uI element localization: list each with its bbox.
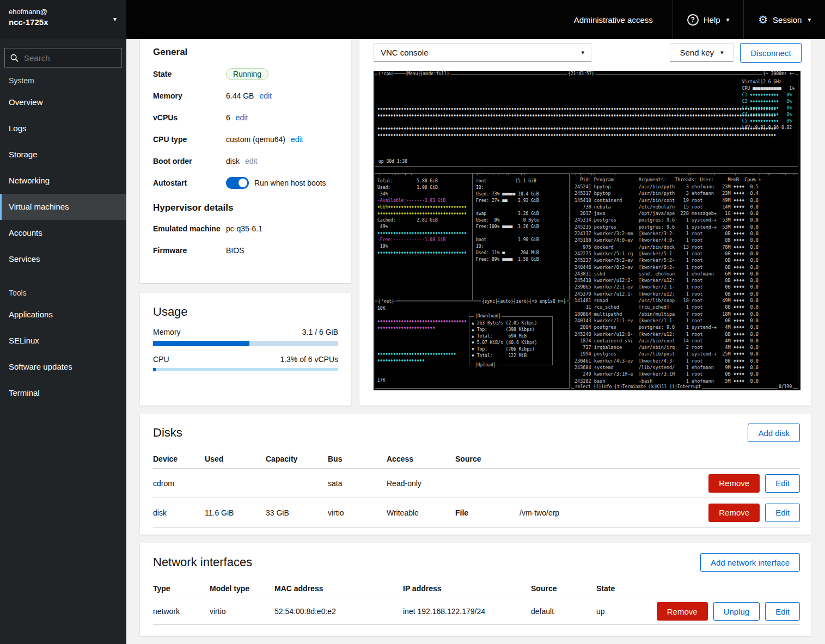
unplug-interface-button[interactable]: Unplug (713, 602, 760, 621)
network-table: Type Model type MAC address IP address S… (153, 579, 800, 625)
sidebar-item-overview[interactable]: Overview (0, 89, 126, 115)
col-header-source: Source (531, 584, 596, 593)
chevron-down-icon: ▾ (720, 49, 724, 56)
console-mem-box: ┤²mem├┤graph├ Total: 5.80 GiBUsed: 1.96 … (375, 173, 474, 300)
sidebar-item-storage[interactable]: Storage (0, 142, 126, 168)
cpu-type-row: CPU type custom (qemu64) edit (153, 128, 338, 150)
send-key-dropdown[interactable]: Send key ▾ (670, 43, 734, 62)
net-graph: 10K♦♦♦♦♦♦♦♦♦♦♦♦♦♦♦♦♦♦♦♦♦♦♦♦♦♦♦♦♦♦♦♦♦♦♦♦♦… (377, 305, 468, 384)
autostart-row: Autostart Run when host boots (153, 172, 338, 194)
sidebar-item-selinux[interactable]: SELinux (0, 328, 126, 354)
state-badge: Running (226, 68, 268, 80)
add-disk-button[interactable]: Add disk (748, 424, 800, 442)
col-header-device: Device (153, 455, 205, 463)
sidebar-item-networking[interactable]: Networking (0, 168, 126, 194)
remove-disk-button[interactable]: Remove (708, 504, 760, 522)
iface-type: network (153, 607, 210, 616)
administrative-access-button[interactable]: Administrative access (560, 0, 667, 39)
help-menu[interactable]: ? Help ▾ (673, 0, 743, 39)
disconnect-button[interactable]: Disconnect (740, 43, 802, 63)
general-title: General (140, 39, 351, 63)
cpu-type-label: CPU type (153, 135, 226, 144)
col-header-access: Access (387, 455, 455, 463)
disks-title: Disks (153, 426, 182, 440)
sidebar-item-software-updates[interactable]: Software updates (0, 354, 126, 380)
sidebar: ehofmann@ ncc-1725x ▾ System Overview Lo… (0, 0, 126, 644)
cpu-stats-panel: Virtual┤2.6 GHzCPU ■■■■■■■■■■■ 1%C1 ♦♦♦♦… (742, 79, 795, 131)
memory-edit-link[interactable]: edit (259, 91, 272, 100)
search-input[interactable] (23, 53, 107, 63)
col-header-type: Type (153, 584, 210, 593)
nav-section-system: System (0, 76, 126, 85)
iface-mac: 52:54:00:8d:e0:e2 (274, 607, 403, 616)
net-rates: ▲ 263 Byte/s (2.05 Kibps)▲ Top: (398 Kib… (472, 320, 537, 359)
table-row: disk 11.6 GiB 33 GiB virtio Writeable Fi… (153, 498, 800, 528)
uptime: up 30d 1:38 (378, 158, 407, 165)
col-header-ip: IP address (403, 584, 531, 593)
chevron-down-icon: ▾ (581, 49, 584, 56)
network-interfaces-card: Network interfaces Add network interface… (140, 543, 811, 636)
boot-order-label: Boot order (153, 157, 226, 165)
emulated-machine-row: Emulated machine pc-q35-6.1 (153, 218, 338, 240)
console-card: VNC console ▾ Send key ▾ Disconnect ┤¹cp… (359, 39, 811, 406)
disk-source-type: File (455, 508, 520, 517)
firmware-value: BIOS (226, 246, 244, 255)
chevron-down-icon: ▾ (113, 15, 117, 23)
memory-usage-label: Memory (153, 328, 181, 336)
console-proc-box: ┤⁴proc├┤¹filter├ ┤per-core├┤reverse├┤¹tr… (571, 173, 798, 389)
table-row: network virtio 52:54:00:8d:e0:e2 inet 19… (153, 598, 800, 625)
disk-bus: sata (328, 479, 387, 488)
emulated-machine-label: Emulated machine (153, 224, 226, 233)
edit-interface-button[interactable]: Edit (765, 602, 800, 621)
vcpus-row: vCPUs 6 edit (153, 107, 338, 128)
sidebar-item-services[interactable]: Services (0, 246, 126, 272)
iface-model: virtio (210, 607, 274, 616)
cpu-type-edit-link[interactable]: edit (291, 135, 303, 144)
iface-ip: inet 192.168.122.179/24 (403, 607, 531, 616)
col-header-used: Used (205, 455, 266, 463)
vcpus-edit-link[interactable]: edit (236, 113, 248, 122)
memory-row: Memory 6.44 GB edit (153, 85, 338, 107)
disk-access: Read-only (387, 479, 455, 488)
net-info-box: ┤Download├ ┤Upload├ ▲ 263 Byte/s (2.05 K… (469, 316, 553, 365)
console-type-select[interactable]: VNC console ▾ (374, 43, 591, 62)
sidebar-item-virtual-machines[interactable]: Virtual machines (0, 194, 126, 220)
vnc-console-screen[interactable]: ┤¹cpu├────┤Menu├┤mode:full├ ┤21:43:57├ ┤… (374, 71, 800, 390)
network-table-header: Type Model type MAC address IP address S… (153, 579, 800, 598)
disk-stats: root 15.1 GiBIO:Used: 73% ■■■■■ 10.4 GiB… (476, 178, 539, 263)
firmware-label: Firmware (153, 246, 226, 255)
sidebar-item-logs[interactable]: Logs (0, 115, 126, 142)
cpu-type-value: custom (qemu64) (226, 135, 285, 144)
nav-section-tools: Tools (0, 289, 126, 297)
remove-interface-button[interactable]: Remove (657, 602, 708, 621)
memory-label: Memory (153, 91, 226, 100)
sidebar-item-terminal[interactable]: Terminal (0, 380, 126, 406)
sidebar-item-accounts[interactable]: Accounts (0, 220, 126, 246)
edit-disk-button[interactable]: Edit (765, 474, 800, 493)
proc-count: 0/190 (778, 384, 793, 390)
cpu-usage: CPU 1.3% of 6 vCPUs (140, 355, 351, 371)
sidebar-item-applications[interactable]: Applications (0, 302, 126, 328)
disk-capacity: 33 GiB (266, 508, 328, 517)
iface-source: default (531, 607, 596, 616)
disks-table-header: Device Used Capacity Bus Access Source (153, 450, 800, 468)
chevron-down-icon: ▾ (726, 16, 730, 23)
add-network-interface-button[interactable]: Add network interface (700, 553, 800, 572)
session-menu[interactable]: ⚙ Session ▾ (743, 0, 825, 39)
memory-value: 6.44 GB (226, 91, 254, 100)
proc-header: Pid: Program: Arguments: Threads: User: … (575, 176, 761, 183)
disk-device: disk (153, 508, 205, 517)
host-switcher[interactable]: ehofmann@ ncc-1725x ▾ (0, 0, 126, 39)
edit-disk-button[interactable]: Edit (765, 504, 800, 522)
state-row: State Running (153, 63, 338, 85)
cpu-usage-value: 1.3% of 6 vCPUs (280, 355, 338, 364)
remove-disk-button[interactable]: Remove (708, 474, 760, 493)
masthead: Administrative access ? Help ▾ ⚙ Session… (126, 0, 825, 39)
state-label: State (153, 70, 226, 78)
masthead-username: ehofmann@ (9, 7, 118, 17)
hypervisor-details-title: Hypervisor details (140, 194, 351, 218)
console-disks-box: ┤disks├─┤io├┤¹swap├ root 15.1 GiBIO:Used… (472, 173, 570, 300)
autostart-toggle[interactable] (226, 177, 249, 189)
network-title: Network interfaces (153, 555, 252, 569)
sidebar-search[interactable] (4, 48, 122, 68)
